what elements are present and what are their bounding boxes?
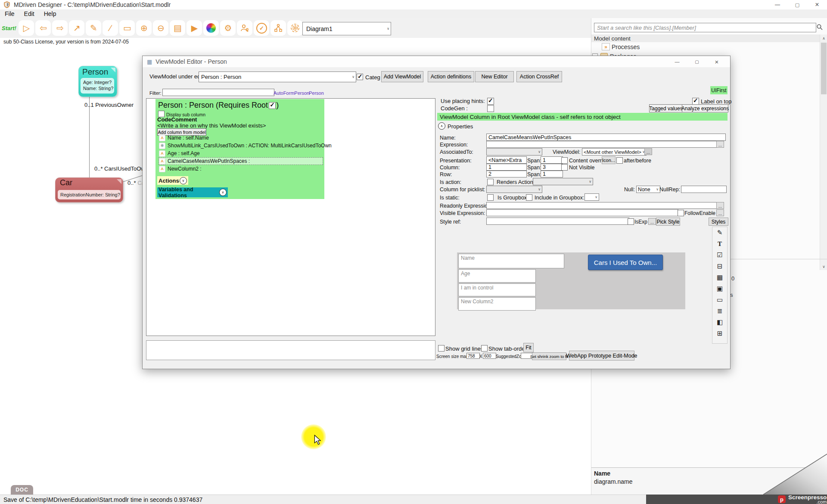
class-box-person[interactable]: Person Age: Integer? Name: String?: [78, 66, 117, 97]
dialog-close-icon[interactable]: ×: [707, 56, 727, 67]
viewmodel-ellipsis-button[interactable]: ...: [644, 148, 652, 155]
validate-button[interactable]: ✓: [254, 20, 269, 36]
viewmodel-column-row[interactable]: A NewColumn2 :: [159, 165, 323, 172]
null-select[interactable]: None ∨: [636, 186, 660, 193]
viewmodel-under-edit-select[interactable]: Person : Person ∨: [199, 72, 356, 82]
column-input[interactable]: 1: [486, 164, 527, 171]
uifirst-button[interactable]: UIFirst: [710, 86, 728, 94]
zoom-out-button[interactable]: ⊖: [153, 20, 168, 36]
fit-button[interactable]: Fit: [523, 343, 534, 352]
preview-cars-button[interactable]: Cars I Used To Own...: [588, 255, 663, 270]
association-line[interactable]: [89, 96, 90, 177]
include-in-groupbox-select[interactable]: ∨: [584, 193, 599, 201]
scroll-up-icon[interactable]: ∧: [820, 34, 827, 42]
preview-field-name[interactable]: Name: [458, 254, 564, 268]
column-span-input[interactable]: 3: [541, 164, 563, 171]
container-icon[interactable]: ◧: [712, 317, 727, 328]
nav-forward-button[interactable]: ⇨: [52, 20, 68, 36]
model-search-input[interactable]: Start a search like this [Class].[Member…: [594, 23, 816, 32]
expression-ellipsis-button[interactable]: ...: [716, 141, 724, 148]
minimize-icon[interactable]: —: [768, 0, 787, 9]
filter-input[interactable]: [162, 89, 274, 96]
combobox-icon[interactable]: ⊟: [712, 261, 727, 272]
grid-icon[interactable]: ⊞: [712, 328, 727, 339]
collapse-properties-icon[interactable]: ∧: [438, 122, 445, 130]
menu-help[interactable]: Help: [39, 10, 61, 17]
analyze-expressions-button[interactable]: Analyze expressions: [682, 104, 728, 112]
label-on-top-checkbox[interactable]: [692, 98, 699, 105]
viewmodel-link-autoformperson[interactable]: AutoFormPerson: [274, 90, 309, 96]
image-icon[interactable]: ▣: [712, 283, 727, 294]
screen-width-input[interactable]: 758: [466, 353, 480, 359]
diagram-select[interactable]: Diagram1 ∨: [302, 22, 391, 35]
categ-checkbox[interactable]: [357, 74, 363, 80]
screen-height-input[interactable]: 600: [483, 353, 496, 359]
followenable-checkbox[interactable]: [678, 210, 684, 216]
edit-field-icon[interactable]: ✎: [712, 227, 727, 238]
use-placing-hints-checkbox[interactable]: [487, 98, 494, 105]
action-crossref-button[interactable]: Action CrossRef: [516, 71, 562, 82]
webapp-prototype-button[interactable]: WebApp Prototype Edit-Mode: [569, 351, 634, 361]
new-association-button[interactable]: ↗: [69, 20, 84, 36]
zoom-in-button[interactable]: ⊕: [136, 20, 152, 36]
content-override-checkbox[interactable]: [561, 157, 568, 164]
panel-scrollbar[interactable]: ∧ ∨: [820, 34, 827, 270]
style-ref-input[interactable]: [486, 218, 629, 225]
add-viewmodel-button[interactable]: Add ViewModel: [381, 71, 423, 82]
expand-chevron-icon[interactable]: ∨: [180, 177, 187, 184]
tree-item-processes[interactable]: » Processes: [591, 42, 820, 51]
visible-expression-input[interactable]: [486, 209, 678, 216]
is-static-checkbox[interactable]: [487, 194, 494, 201]
dashed-line-button[interactable]: ∕: [103, 20, 118, 36]
turbo-button[interactable]: [287, 20, 303, 36]
menu-edit[interactable]: Edit: [19, 10, 39, 17]
mount-viewmodel-select[interactable]: <Mount other ViewModel> ∨: [582, 148, 647, 156]
after-before-checkbox[interactable]: [616, 157, 623, 164]
dialog-title-bar[interactable]: ▦ ViewModel Editor - Person — ▢ ×: [143, 56, 730, 67]
label-icon[interactable]: T: [712, 238, 727, 249]
association-role-previousowner[interactable]: 0..1 PreviousOwner: [84, 102, 134, 108]
codegen-checkbox[interactable]: [487, 105, 494, 112]
is-action-checkbox[interactable]: [487, 179, 494, 185]
icon-button[interactable]: Icon...: [602, 156, 616, 164]
viewmodel-column-row-selected[interactable]: A CamelCaseMeansWePutInSpaces :: [159, 158, 323, 165]
set-shrink-zoom-button[interactable]: Set shrink zoom to fit: [532, 352, 566, 360]
start-label[interactable]: Start!: [2, 25, 16, 31]
association-role-carsiusedtoown[interactable]: 0..* CarsIUsedToOwn: [94, 165, 148, 172]
row-input[interactable]: 2: [486, 171, 527, 177]
readonly-expression-input[interactable]: [486, 202, 719, 209]
viewmodel-link-person[interactable]: Person: [309, 90, 324, 96]
preview-field-iamincontrol[interactable]: I am in control: [458, 283, 536, 296]
row-span-input[interactable]: 1: [541, 171, 563, 177]
search-icon[interactable]: [816, 24, 823, 31]
viewmodel-column-row[interactable]: A Name : self.Name: [159, 134, 323, 141]
tagged-values-button[interactable]: Tagged values: [649, 104, 683, 112]
variables-validations-section[interactable]: Variables and Validations ∨: [157, 187, 228, 197]
show-tab-order-checkbox[interactable]: [481, 345, 488, 352]
expression-input[interactable]: [486, 141, 719, 148]
presentation-input[interactable]: <Name>Extra: [486, 156, 527, 164]
scroll-down-icon[interactable]: ∨: [820, 263, 827, 270]
close-icon[interactable]: ×: [807, 0, 827, 9]
nullrep-input[interactable]: [681, 186, 727, 193]
class-box-car[interactable]: Car RegistrationNumber: String?: [55, 177, 123, 202]
visible-ellipsis-button[interactable]: ...: [716, 209, 724, 216]
name-input[interactable]: CamelCaseMeansWePutInSpaces: [486, 134, 726, 141]
menu-file[interactable]: File: [0, 10, 19, 17]
column-for-picklist-select[interactable]: ∨: [486, 186, 542, 193]
checkbox-icon[interactable]: ☑: [712, 249, 727, 261]
actions-section[interactable]: Actions ∨: [157, 176, 188, 185]
maximize-icon[interactable]: ▢: [787, 0, 807, 9]
dialog-minimize-icon[interactable]: —: [667, 56, 687, 67]
viewmodel-class-panel[interactable]: Person : Person (Requires Root ) Display…: [155, 99, 324, 199]
show-grid-lines-checkbox[interactable]: [438, 345, 445, 352]
settings-button[interactable]: ⚙: [220, 20, 236, 36]
button-icon[interactable]: ▭: [712, 294, 727, 305]
preview-field-age[interactable]: Age: [458, 269, 536, 283]
new-editor-button[interactable]: New Editor: [475, 71, 514, 82]
viewmodel-column-row[interactable]: A Age : self.Age: [159, 150, 323, 157]
run-window-button[interactable]: ▶: [187, 20, 202, 36]
isexp-checkbox[interactable]: [628, 218, 634, 225]
viewmodel-column-row[interactable]: ✱ ShowMultiLink_CarsIUsedToOwn : ACTION:…: [159, 142, 323, 149]
draw-association-button[interactable]: ✎: [86, 20, 101, 36]
